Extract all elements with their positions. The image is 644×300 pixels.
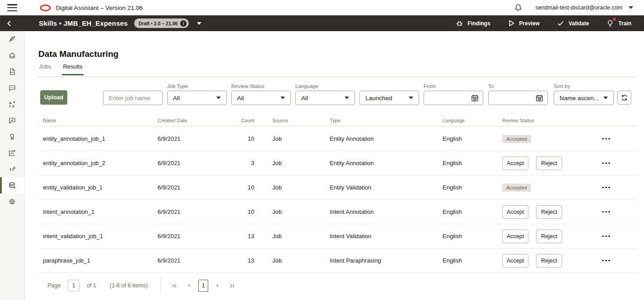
calendar-icon[interactable] [471,94,479,102]
count-cell: 13 [225,257,272,264]
review-actions: Accept Reject [502,205,590,219]
tab-results[interactable]: Results [63,63,82,75]
sidebar-item-flows[interactable] [0,64,24,80]
back-chevron-icon[interactable] [0,20,18,27]
user-email[interactable]: sendmail-test-discard@oracle.com [535,5,622,11]
sidebar-item-compose[interactable] [0,31,24,47]
page-title: Data Manufacturing [38,49,118,59]
validate-button[interactable]: Validate [557,19,589,27]
language-select[interactable]: All [295,91,355,105]
sidebar-item-channels[interactable] [0,161,24,177]
last-page-icon[interactable] [227,281,237,291]
chevron-down-icon [216,97,221,99]
skill-bar: Skills • JMB_EH_Expenses Draft • 2.0 – 2… [0,15,644,31]
review-actions: Accept Reject [502,157,590,170]
sidebar-item-settings[interactable] [0,194,24,210]
tabs: Jobs Results [39,63,83,75]
job-name-cell: entity_annotation_job_2 [43,160,158,166]
accept-button[interactable]: Accept [502,157,528,170]
sidebar-item-intents[interactable] [0,80,24,96]
findings-button[interactable]: Findings [455,19,490,28]
row-actions-ellipsis-icon[interactable] [599,184,613,191]
launch-status-value: Launched [365,95,392,102]
check-icon [557,19,565,27]
previous-page-icon[interactable] [185,282,193,290]
job-type-select[interactable]: All [167,91,227,105]
current-page-button[interactable]: 1 [198,280,208,292]
review-status-cell: Accepted [502,184,590,192]
type-cell: Intent Validation [330,233,443,240]
reject-button[interactable]: Reject [536,205,562,219]
type-cell: Intent Paraphrasing [330,257,443,264]
row-actions-ellipsis-icon[interactable] [599,257,613,264]
row-actions-ellipsis-icon[interactable] [599,160,613,167]
info-icon[interactable]: i [180,20,187,27]
table-row: paraphrase_job_1 6/9/2021 13 Job Intent … [38,249,637,273]
next-page-icon[interactable] [214,282,222,290]
accept-button[interactable]: Accept [502,205,528,219]
job-name-input[interactable] [103,91,162,105]
language-cell: English [443,233,502,240]
source-cell: Job [272,135,330,142]
created-date-cell: 6/9/2021 [158,135,225,142]
job-name-cell: paraphrase_job_1 [43,257,158,264]
channels-code-icon [8,165,16,173]
source-cell: Job [272,160,330,166]
from-date-input[interactable] [424,91,483,105]
reject-button[interactable]: Reject [536,230,562,243]
quill-icon [8,35,16,43]
count-cell: 3 [225,160,272,166]
translate-icon: A Z [8,100,16,108]
upload-button[interactable]: Upload [40,90,67,105]
count-cell: 10 [225,208,272,215]
notifications-bell-icon[interactable] [514,3,523,12]
review-status-select[interactable]: All [231,91,291,105]
type-cell: Entity Annotation [330,135,443,142]
launch-status-select[interactable]: Launched [359,91,419,105]
job-type-label: Job Type [167,83,188,89]
reject-button[interactable]: Reject [536,254,562,268]
tabs-divider [38,77,637,77]
col-header-type: Type [330,118,443,123]
created-date-cell: 6/9/2021 [158,160,225,166]
skill-title: Skills • JMB_EH_Expenses [39,19,128,27]
chevron-down-icon [409,97,413,99]
row-actions-ellipsis-icon[interactable] [599,233,613,240]
to-date-input[interactable] [488,91,548,105]
sort-by-select[interactable]: Name ascen... [554,91,614,105]
col-header-count: Count [225,118,272,123]
language-label: Language [295,83,318,89]
sidebar-item-skill-store[interactable] [0,47,24,64]
source-cell: Job [272,208,330,215]
accept-button[interactable]: Accept [502,254,528,268]
row-actions-ellipsis-icon[interactable] [599,208,613,216]
table-row: intent_annotation_1 6/9/2021 10 Job Inte… [38,200,637,224]
sidebar-item-insights[interactable] [0,145,24,161]
first-page-icon[interactable] [170,281,179,291]
language-cell: English [443,184,502,191]
created-date-cell: 6/9/2021 [158,208,225,215]
skill-menu-caret-icon[interactable] [197,22,201,25]
tab-jobs[interactable]: Jobs [39,63,51,75]
accept-button[interactable]: Accept [502,230,528,243]
pagination-divider [160,277,161,294]
review-status-cell: Accept Reject [502,157,590,170]
row-actions-ellipsis-icon[interactable] [599,135,613,143]
sort-by-value: Name ascen... [560,95,599,102]
user-menu-caret-icon[interactable] [629,6,633,9]
preview-button[interactable]: Preview [508,19,540,27]
sidebar-item-qna[interactable] [0,112,24,129]
train-button[interactable]: Train [606,19,631,28]
page-number-input[interactable] [68,280,79,291]
train-alert-dot [613,18,616,21]
job-name-cell: intent_validation_job_1 [43,233,158,240]
sidebar-item-quality[interactable] [0,129,24,145]
sidebar-item-data-manufacturing[interactable] [0,177,24,194]
skill-icon [8,51,16,60]
type-cell: Entity Validation [330,184,443,191]
reject-button[interactable]: Reject [536,157,562,170]
sidebar-item-resource-bundle[interactable]: A Z [0,96,24,112]
calendar-icon[interactable] [535,94,544,102]
refresh-button[interactable] [617,91,631,105]
hamburger-icon[interactable] [7,4,17,11]
